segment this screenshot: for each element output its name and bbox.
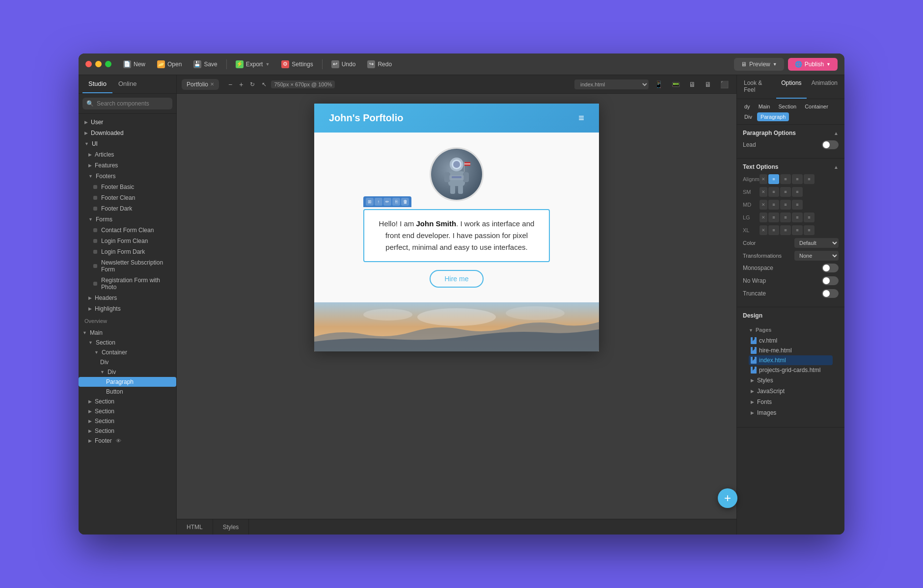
ov-paragraph[interactable]: Paragraph [79, 377, 176, 387]
monospace-toggle[interactable] [822, 264, 839, 272]
lg-none-button[interactable]: ✕ [760, 213, 767, 222]
open-button[interactable]: 📂 Open [152, 58, 187, 71]
sidebar-item-footer-basic[interactable]: Footer Basic [79, 182, 176, 192]
align-none-button[interactable]: ✕ [760, 174, 767, 184]
collapse-styles[interactable]: ▶ Styles [749, 375, 833, 386]
tab-options[interactable]: Options [776, 75, 806, 99]
hire-me-button[interactable]: Hire me [430, 270, 483, 288]
no-wrap-toggle[interactable] [822, 276, 839, 285]
publish-button[interactable]: 🌐 Publish ▼ [788, 58, 838, 71]
fullscreen-button[interactable] [105, 61, 111, 67]
sm-center-button[interactable]: ≡ [780, 187, 791, 197]
sidebar-item-footer-clean[interactable]: Footer Clean [79, 192, 176, 203]
color-select[interactable]: Default Primary Secondary [794, 238, 839, 248]
canvas-viewport[interactable]: John's Porftolio ≡ [177, 94, 736, 519]
bc-div[interactable]: Div [741, 112, 756, 121]
sm-left-button[interactable]: ≡ [768, 187, 779, 197]
md-left-button[interactable]: ≡ [768, 200, 779, 210]
tab-html[interactable]: HTML [177, 519, 213, 535]
export-button[interactable]: ⚡ Export ▼ [231, 58, 275, 71]
lg-right-button[interactable]: ≡ [792, 213, 803, 222]
pointer-button[interactable]: ↖ [259, 80, 269, 89]
page-item-projects[interactable]: projects-grid-cards.html [749, 365, 833, 375]
sidebar-item-forms[interactable]: ▼ Forms [79, 214, 176, 225]
lead-toggle[interactable] [822, 140, 839, 149]
tab-close-icon[interactable]: ✕ [210, 81, 214, 87]
move-tool[interactable]: ⊞ [366, 198, 374, 206]
collapse-fonts[interactable]: ▶ Fonts [749, 397, 833, 407]
tab-studio[interactable]: Studio [82, 75, 112, 93]
edit-tool[interactable]: ✏ [383, 198, 391, 206]
bc-main[interactable]: Main [755, 102, 774, 111]
search-input[interactable] [97, 100, 170, 107]
preview-button[interactable]: 🖥 Preview ▼ [734, 58, 784, 71]
tablet-view-button[interactable]: 📟 [669, 79, 683, 90]
rotate-button[interactable]: ↻ [247, 80, 257, 89]
hamburger-icon[interactable]: ≡ [578, 112, 584, 124]
lg-center-button[interactable]: ≡ [780, 213, 791, 222]
xl-justify-button[interactable]: ≡ [804, 225, 814, 235]
tab-look-feel[interactable]: Look & Feel [739, 75, 776, 99]
sidebar-item-login-clean[interactable]: Login Form Clean [79, 236, 176, 246]
fab-button[interactable]: + [718, 488, 737, 508]
align-left-button[interactable]: ≡ [768, 174, 779, 184]
redo-button[interactable]: ↪ Redo [362, 58, 397, 71]
sidebar-item-login-dark[interactable]: Login Form Dark [79, 246, 176, 257]
ov-section-5[interactable]: ▶ Section [79, 426, 176, 436]
sidebar-item-ui[interactable]: ▼ UI [79, 138, 176, 149]
bc-dy[interactable]: dy [741, 102, 754, 111]
ov-div-2[interactable]: ▼ Div [79, 367, 176, 377]
tab-online[interactable]: Online [112, 75, 143, 93]
page-item-hire-me[interactable]: hire-me.html [749, 346, 833, 355]
up-tool[interactable]: ↑ [375, 198, 382, 206]
minimize-button[interactable] [95, 61, 102, 67]
ov-footer[interactable]: ▶ Footer 👁 [79, 436, 176, 446]
sm-none-button[interactable]: ✕ [760, 187, 767, 197]
sidebar-item-registration[interactable]: Registration Form with Photo [79, 275, 176, 293]
sidebar-item-highlights[interactable]: ▶ Highlights [79, 303, 176, 314]
zoom-in-button[interactable]: + [237, 80, 245, 89]
ov-main[interactable]: ▼ Main [79, 328, 176, 338]
save-button[interactable]: 💾 Save [189, 58, 222, 71]
xl-left-button[interactable]: ≡ [768, 225, 779, 235]
portfolio-text-block[interactable]: ⊞ ↑ ✏ ⎘ 🗑 Hello! I am John Smith. I work… [363, 209, 550, 262]
truncate-toggle[interactable] [822, 289, 839, 298]
bc-paragraph[interactable]: Paragraph [757, 112, 789, 121]
desktop-sm-view-button[interactable]: 🖥 [686, 79, 699, 90]
sidebar-item-footers[interactable]: ▼ Footers [79, 171, 176, 182]
md-right-button[interactable]: ≡ [792, 200, 803, 210]
tab-animation[interactable]: Animation [807, 75, 842, 99]
transformations-select[interactable]: None Uppercase Lowercase [794, 251, 839, 261]
zoom-out-button[interactable]: − [226, 80, 235, 89]
canvas-tab-portfolio[interactable]: Portfolio ✕ [182, 79, 219, 90]
xl-center-button[interactable]: ≡ [780, 225, 791, 235]
copy-tool[interactable]: ⎘ [392, 198, 400, 206]
bc-container[interactable]: Container [801, 102, 832, 111]
undo-button[interactable]: ↩ Undo [326, 58, 361, 71]
tab-styles[interactable]: Styles [213, 519, 249, 535]
sidebar-item-downloaded[interactable]: ▶ Downloaded [79, 128, 176, 138]
ov-section-2[interactable]: ▶ Section [79, 397, 176, 406]
wide-view-button[interactable]: ⬛ [717, 79, 732, 90]
ov-section-3[interactable]: ▶ Section [79, 406, 176, 416]
xl-right-button[interactable]: ≡ [792, 225, 803, 235]
new-button[interactable]: 📄 New [118, 58, 150, 71]
file-selector[interactable]: index.html cv.html hire-me.html projects… [574, 80, 649, 89]
md-center-button[interactable]: ≡ [780, 200, 791, 210]
settings-button[interactable]: ⚙ Settings [276, 58, 318, 71]
lg-left-button[interactable]: ≡ [768, 213, 779, 222]
sidebar-item-footer-dark[interactable]: Footer Dark [79, 203, 176, 214]
ov-div-1[interactable]: Div [79, 357, 176, 367]
paragraph-options-collapse[interactable]: ▲ [834, 131, 839, 136]
page-item-cv[interactable]: cv.html [749, 336, 833, 346]
collapse-javascript[interactable]: ▶ JavaScript [749, 386, 833, 397]
ov-section-4[interactable]: ▶ Section [79, 416, 176, 426]
close-button[interactable] [85, 61, 92, 67]
md-none-button[interactable]: ✕ [760, 200, 767, 210]
sidebar-item-contact-form[interactable]: Contact Form Clean [79, 225, 176, 236]
sidebar-item-features[interactable]: ▶ Features [79, 160, 176, 171]
ov-container[interactable]: ▼ Container [79, 347, 176, 357]
collapse-images[interactable]: ▶ Images [749, 407, 833, 418]
ov-section-1[interactable]: ▼ Section [79, 338, 176, 347]
ov-button[interactable]: Button [79, 387, 176, 397]
